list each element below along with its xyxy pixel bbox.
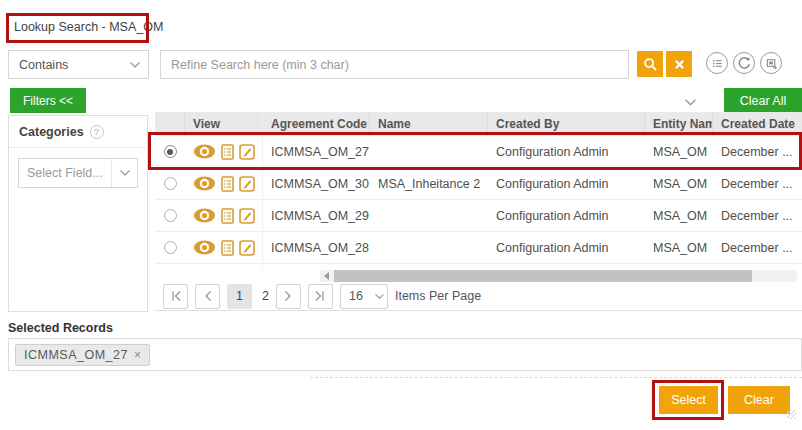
categories-heading: Categories <box>19 125 84 139</box>
row-radio[interactable] <box>164 177 177 190</box>
grid-rows: ICMMSA_OM_27 Configuration Admin MSA_OM … <box>155 136 802 264</box>
table-row[interactable]: ICMMSA_OM_30 MSA_Inheitance 2 Configurat… <box>155 168 802 200</box>
pager-prev-icon <box>201 289 215 303</box>
pager-page-1[interactable]: 1 <box>227 284 252 309</box>
column-header-view[interactable]: View <box>185 112 263 136</box>
view-edit-icon[interactable] <box>239 176 255 192</box>
pager-last-icon <box>313 289 327 303</box>
view-edit-icon[interactable] <box>239 208 255 224</box>
chevron-down-icon <box>364 293 387 300</box>
pager-next-icon <box>281 289 295 303</box>
filters-toggle-button[interactable]: Filters << <box>10 88 86 113</box>
row-radio[interactable] <box>164 241 177 254</box>
cell-agreement-code: ICMMSA_OM_30 <box>263 168 370 199</box>
table-row[interactable]: ICMMSA_OM_29 Configuration Admin MSA_OM … <box>155 200 802 232</box>
chevron-down-icon <box>122 61 148 69</box>
page-title: Lookup Search - MSA_OM <box>14 20 163 34</box>
select-field-placeholder: Select Field... <box>19 166 111 180</box>
selected-records-tags: ICMMSA_OM_27× <box>15 344 150 366</box>
row-radio[interactable] <box>164 209 177 222</box>
column-header-agreement-code[interactable]: Agreement Code <box>263 112 370 136</box>
tag-remove-button[interactable]: × <box>134 348 142 362</box>
clear-button[interactable]: Clear <box>728 386 790 414</box>
pager-pages: 12 <box>227 284 269 309</box>
cell-name <box>370 232 488 263</box>
column-header-created-date[interactable]: Created Date <box>713 112 802 136</box>
view-eye-icon[interactable] <box>193 240 216 255</box>
categories-panel: Categories ? Select Field... <box>8 115 148 312</box>
chevron-down-icon <box>111 159 137 187</box>
help-icon[interactable]: ? <box>90 125 104 139</box>
cell-agreement-code: ICMMSA_OM_29 <box>263 200 370 231</box>
cell-entity-name: MSA_OM <box>645 136 713 167</box>
view-details-icon[interactable] <box>221 144 234 160</box>
pager-first-button[interactable] <box>163 284 188 309</box>
chevron-down-icon[interactable] <box>684 93 697 111</box>
view-edit-icon[interactable] <box>239 240 255 256</box>
search-operator-value: Contains <box>9 58 122 72</box>
table-row[interactable]: ICMMSA_OM_27 Configuration Admin MSA_OM … <box>155 136 802 168</box>
cell-created-by: Configuration Admin <box>488 200 645 231</box>
pager-last-button[interactable] <box>308 284 333 309</box>
page-size-select[interactable]: 16 <box>340 284 388 309</box>
cell-agreement-code: ICMMSA_OM_27 <box>263 136 370 167</box>
export-icon <box>765 57 778 70</box>
clear-all-button[interactable]: Clear All <box>724 88 802 114</box>
search-input[interactable] <box>160 50 629 79</box>
column-header-name[interactable]: Name <box>370 112 488 136</box>
pager: 12 16 Items Per Page <box>155 282 802 310</box>
list-view-icon <box>711 57 724 70</box>
table-header: View Agreement Code Name Created By Enti… <box>155 112 802 136</box>
refresh-icon <box>737 56 751 70</box>
resize-grip[interactable] <box>787 410 796 419</box>
cell-created-by: Configuration Admin <box>488 232 645 263</box>
horizontal-scrollbar[interactable] <box>320 270 797 282</box>
view-edit-icon[interactable] <box>239 144 255 160</box>
row-radio[interactable] <box>164 145 177 158</box>
search-operator-select[interactable]: Contains <box>8 50 149 79</box>
x-icon <box>674 59 685 70</box>
view-details-icon[interactable] <box>221 176 234 192</box>
cell-entity-name: MSA_OM <box>645 168 713 199</box>
magnifier-icon <box>643 57 658 72</box>
view-eye-icon[interactable] <box>193 208 216 223</box>
pager-prev-button[interactable] <box>195 284 220 309</box>
scroll-left-arrow[interactable] <box>320 270 333 282</box>
view-details-icon[interactable] <box>221 208 234 224</box>
page-size-value: 16 <box>341 289 364 303</box>
divider <box>310 377 802 378</box>
cell-created-date: December ... <box>713 232 802 263</box>
tag-label: ICMMSA_OM_27 <box>24 348 128 362</box>
export-button[interactable] <box>760 52 782 74</box>
column-header-created-by[interactable]: Created By <box>488 112 645 136</box>
cell-created-by: Configuration Admin <box>488 168 645 199</box>
table-row[interactable]: ICMMSA_OM_28 Configuration Admin MSA_OM … <box>155 232 802 264</box>
search-button[interactable] <box>637 51 663 77</box>
select-field-dropdown[interactable]: Select Field... <box>18 158 138 188</box>
cell-created-date: December ... <box>713 136 802 167</box>
cell-agreement-code: ICMMSA_OM_28 <box>263 232 370 263</box>
selected-records-box: ICMMSA_OM_27× <box>8 338 802 371</box>
cell-name <box>370 200 488 231</box>
pager-next-button[interactable] <box>276 284 301 309</box>
toolbar-icons <box>706 52 782 74</box>
items-per-page-label: Items Per Page <box>395 289 481 303</box>
selected-record-tag: ICMMSA_OM_27× <box>15 344 150 366</box>
results-grid: View Agreement Code Name Created By Enti… <box>155 112 802 311</box>
view-eye-icon[interactable] <box>193 176 216 191</box>
cell-entity-name: MSA_OM <box>645 200 713 231</box>
list-view-button[interactable] <box>706 52 728 74</box>
view-details-icon[interactable] <box>221 240 234 256</box>
cell-entity-name: MSA_OM <box>645 232 713 263</box>
view-eye-icon[interactable] <box>193 144 216 159</box>
column-header-entity-name[interactable]: Entity Name <box>645 112 713 136</box>
pager-first-icon <box>169 289 183 303</box>
horizontal-scrollbar-thumb[interactable] <box>334 270 752 282</box>
cell-created-date: December ... <box>713 200 802 231</box>
pager-page-2[interactable]: 2 <box>262 289 269 303</box>
select-button[interactable]: Select <box>659 386 718 414</box>
clear-search-button[interactable] <box>666 51 692 77</box>
cell-name: MSA_Inheitance 2 <box>370 168 488 199</box>
cell-name <box>370 136 488 167</box>
refresh-button[interactable] <box>733 52 755 74</box>
